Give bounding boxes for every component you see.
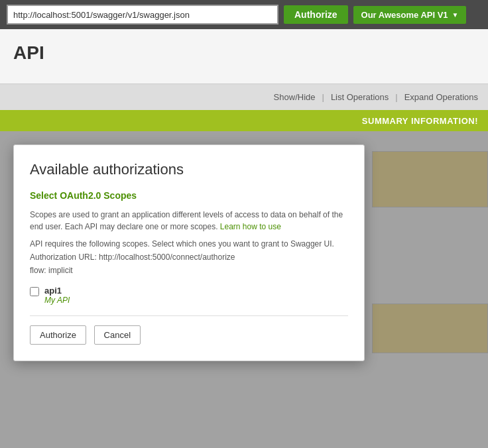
modal-title: Available authorizations [30,161,348,178]
oauth-scope-title[interactable]: Select OAuth2.0 Scopes [30,190,348,201]
learn-how-link[interactable]: Learn how to use [220,222,281,231]
summary-text: SUMMARY INFORMATION! [362,116,478,126]
authorization-modal: Available authorizations Select OAuth2.0… [13,144,365,361]
operations-bar: Show/Hide | List Operations | Expand Ope… [0,84,488,110]
modal-info: API requires the following scopes. Selec… [30,239,348,249]
modal-overlay: Available authorizations Select OAuth2.0… [0,131,488,448]
modal-auth-url: Authorization URL: http://localhost:5000… [30,252,348,262]
api-version-dropdown[interactable]: Our Awesome API V1 [353,6,467,24]
modal-divider [30,315,348,316]
modal-description: Scopes are used to grant an application … [30,209,348,233]
scope-checkbox-api1[interactable] [30,287,39,296]
page-title: API [13,42,475,64]
swagger-url-input[interactable] [7,5,278,25]
modal-flow: flow: implicit [30,266,348,275]
top-bar: Authorize Our Awesome API V1 [0,0,488,29]
background-area: ⊘ Available authorizations Select OAuth2… [0,131,488,448]
summary-bar: SUMMARY INFORMATION! [0,110,488,131]
modal-cancel-button[interactable]: Cancel [94,325,141,345]
scope-item: api1 My API [30,286,348,305]
scope-details: api1 My API [44,286,70,305]
separator-1: | [322,92,324,102]
show-hide-link[interactable]: Show/Hide [274,92,316,102]
authorize-top-button[interactable]: Authorize [284,5,348,24]
list-operations-link[interactable]: List Operations [331,92,389,102]
separator-2: | [395,92,397,102]
scope-description: My API [44,296,70,305]
scope-name: api1 [44,286,70,296]
modal-desc-text: Scopes are used to grant an application … [30,210,343,231]
expand-operations-link[interactable]: Expand Operations [404,92,478,102]
modal-authorize-button[interactable]: Authorize [30,325,86,345]
main-content-area: API [0,29,488,84]
